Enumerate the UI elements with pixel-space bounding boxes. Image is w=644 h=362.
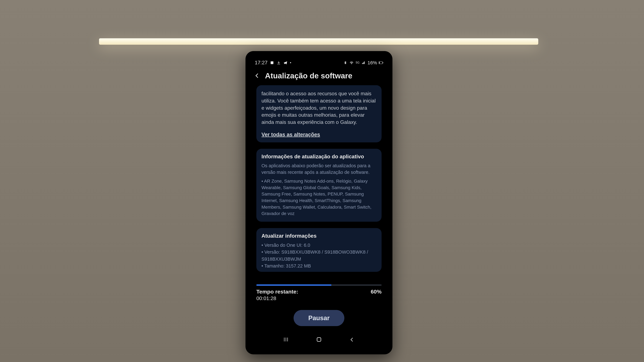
page-title: Atualização de software bbox=[265, 71, 352, 80]
svg-rect-7 bbox=[317, 338, 321, 342]
more-indicator-icon: • bbox=[290, 60, 291, 65]
notification-icon bbox=[270, 60, 274, 65]
vibrate-icon bbox=[343, 60, 348, 65]
signal-icon bbox=[362, 60, 366, 65]
progress-section: Tempo restante: 00:01:28 60% Pausar bbox=[250, 280, 388, 331]
phone-frame: 17:27 • 5G bbox=[246, 51, 392, 354]
see-all-changes-link[interactable]: Ver todas as alterações bbox=[262, 131, 376, 138]
recents-button[interactable] bbox=[281, 337, 291, 344]
build-version: • Versão: S918BXXU3BWK8 / S918BOWO3BWK8 … bbox=[262, 249, 376, 263]
description-text: facilitando o acesso aos recursos que vo… bbox=[262, 90, 376, 126]
wifi-icon bbox=[349, 60, 354, 65]
page-header: Atualização de software bbox=[250, 68, 388, 83]
status-bar: 17:27 • 5G bbox=[250, 57, 388, 68]
home-button[interactable] bbox=[314, 337, 324, 344]
battery-percent: 16% bbox=[368, 60, 377, 65]
app-info-heading: Informações de atualização do aplicativo bbox=[262, 154, 376, 160]
phone-screen: 17:27 • 5G bbox=[250, 57, 388, 350]
back-button[interactable] bbox=[254, 72, 260, 80]
progress-fill bbox=[256, 284, 332, 286]
time-remaining-block: Tempo restante: 00:01:28 bbox=[256, 289, 298, 301]
svg-rect-2 bbox=[379, 62, 380, 63]
update-info-heading: Atualizar informações bbox=[262, 233, 376, 239]
battery-icon bbox=[379, 60, 383, 65]
oneui-version: • Versão do One UI: 6.0 bbox=[262, 242, 376, 249]
status-time: 17:27 bbox=[255, 60, 268, 66]
status-left: 17:27 • bbox=[255, 60, 291, 66]
nav-back-button[interactable] bbox=[347, 337, 357, 344]
wall-light bbox=[99, 38, 538, 45]
description-card: facilitando o acesso aos recursos que vo… bbox=[256, 85, 382, 142]
progress-bar bbox=[256, 284, 382, 286]
time-remaining-label: Tempo restante: bbox=[256, 289, 298, 295]
pause-button[interactable]: Pausar bbox=[294, 310, 344, 326]
svg-rect-0 bbox=[270, 61, 273, 64]
download-icon bbox=[276, 60, 281, 65]
status-right: 5G 16% bbox=[343, 60, 383, 65]
navigation-bar bbox=[250, 331, 388, 350]
signal-5g-icon: 5G bbox=[356, 60, 360, 65]
content-area[interactable]: facilitando o acesso aos recursos que vo… bbox=[250, 83, 388, 280]
svg-rect-3 bbox=[383, 62, 383, 63]
update-info-card: Atualizar informações • Versão do One UI… bbox=[256, 228, 382, 272]
telegram-icon bbox=[283, 60, 288, 65]
time-remaining-value: 00:01:28 bbox=[256, 296, 298, 301]
app-info-subtext: Os aplicativos abaixo poderão ser atuali… bbox=[262, 162, 376, 175]
progress-info: Tempo restante: 00:01:28 60% bbox=[256, 289, 382, 301]
update-size: • Tamanho: 3157.22 MB bbox=[262, 263, 376, 270]
app-info-card: Informações de atualização do aplicativo… bbox=[256, 149, 382, 222]
app-list: • AR Zone, Samsung Notes Add-ons, Relógi… bbox=[262, 178, 376, 217]
progress-percent: 60% bbox=[371, 289, 382, 301]
